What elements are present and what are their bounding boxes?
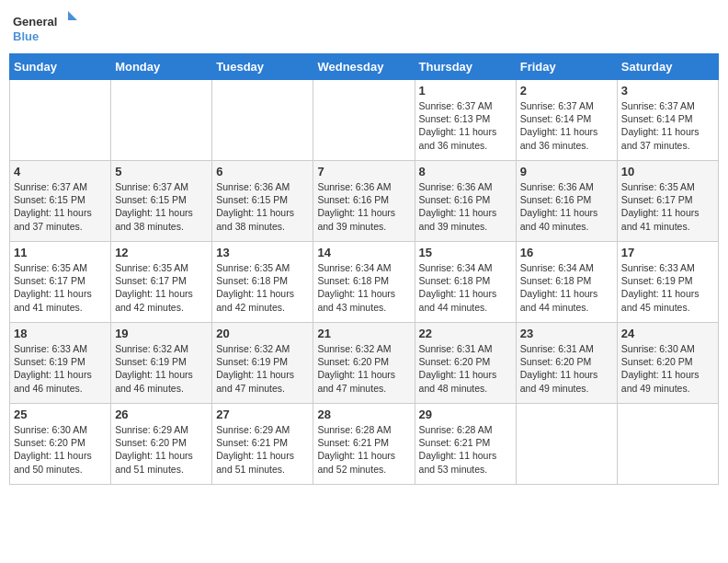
calendar-cell [516, 404, 617, 485]
day-number: 6 [216, 165, 309, 178]
day-number: 22 [419, 327, 512, 340]
day-info: Sunrise: 6:32 AM Sunset: 6:19 PM Dayligh… [216, 342, 309, 395]
day-info: Sunrise: 6:36 AM Sunset: 6:15 PM Dayligh… [216, 180, 309, 233]
calendar-cell [111, 80, 212, 161]
calendar-cell: 9Sunrise: 6:36 AM Sunset: 6:16 PM Daylig… [516, 161, 617, 242]
day-number: 18 [14, 327, 107, 340]
weekday-header-cell: Tuesday [212, 54, 313, 80]
calendar-cell: 18Sunrise: 6:33 AM Sunset: 6:19 PM Dayli… [10, 323, 111, 404]
day-number: 19 [115, 327, 208, 340]
logo-svg: General Blue [13, 9, 77, 46]
day-number: 8 [419, 165, 512, 178]
day-info: Sunrise: 6:30 AM Sunset: 6:20 PM Dayligh… [621, 342, 714, 395]
calendar-cell: 15Sunrise: 6:34 AM Sunset: 6:18 PM Dayli… [415, 242, 516, 323]
weekday-header-cell: Wednesday [313, 54, 415, 80]
weekday-header-cell: Sunday [10, 54, 111, 80]
calendar-cell: 19Sunrise: 6:32 AM Sunset: 6:19 PM Dayli… [111, 323, 212, 404]
calendar-week-row: 18Sunrise: 6:33 AM Sunset: 6:19 PM Dayli… [10, 323, 719, 404]
calendar-cell: 29Sunrise: 6:28 AM Sunset: 6:21 PM Dayli… [415, 404, 516, 485]
calendar-cell [10, 80, 111, 161]
weekday-header-row: SundayMondayTuesdayWednesdayThursdayFrid… [10, 54, 719, 80]
day-number: 26 [115, 408, 208, 421]
day-number: 2 [520, 84, 613, 98]
calendar-week-row: 25Sunrise: 6:30 AM Sunset: 6:20 PM Dayli… [10, 404, 719, 485]
day-info: Sunrise: 6:28 AM Sunset: 6:21 PM Dayligh… [317, 423, 410, 476]
calendar-cell: 2Sunrise: 6:37 AM Sunset: 6:14 PM Daylig… [516, 80, 617, 161]
calendar-cell: 27Sunrise: 6:29 AM Sunset: 6:21 PM Dayli… [212, 404, 313, 485]
day-number: 7 [317, 165, 410, 178]
day-info: Sunrise: 6:35 AM Sunset: 6:17 PM Dayligh… [14, 261, 107, 314]
day-number: 1 [419, 84, 512, 98]
day-info: Sunrise: 6:37 AM Sunset: 6:15 PM Dayligh… [14, 180, 107, 233]
day-number: 17 [621, 246, 714, 259]
day-info: Sunrise: 6:37 AM Sunset: 6:15 PM Dayligh… [115, 180, 208, 233]
calendar-week-row: 11Sunrise: 6:35 AM Sunset: 6:17 PM Dayli… [10, 242, 719, 323]
logo: General Blue [13, 9, 77, 46]
day-number: 11 [14, 246, 107, 259]
day-info: Sunrise: 6:28 AM Sunset: 6:21 PM Dayligh… [419, 423, 512, 476]
day-number: 16 [520, 246, 613, 259]
calendar-cell: 7Sunrise: 6:36 AM Sunset: 6:16 PM Daylig… [313, 161, 415, 242]
calendar-cell: 3Sunrise: 6:37 AM Sunset: 6:14 PM Daylig… [617, 80, 718, 161]
day-info: Sunrise: 6:35 AM Sunset: 6:18 PM Dayligh… [216, 261, 309, 314]
calendar-cell: 8Sunrise: 6:36 AM Sunset: 6:16 PM Daylig… [415, 161, 516, 242]
calendar-cell: 23Sunrise: 6:31 AM Sunset: 6:20 PM Dayli… [516, 323, 617, 404]
day-info: Sunrise: 6:34 AM Sunset: 6:18 PM Dayligh… [520, 261, 613, 314]
day-number: 15 [419, 246, 512, 259]
calendar-cell: 11Sunrise: 6:35 AM Sunset: 6:17 PM Dayli… [10, 242, 111, 323]
calendar-cell [617, 404, 718, 485]
day-number: 20 [216, 327, 309, 340]
day-info: Sunrise: 6:29 AM Sunset: 6:21 PM Dayligh… [216, 423, 309, 476]
day-number: 12 [115, 246, 208, 259]
calendar-week-row: 4Sunrise: 6:37 AM Sunset: 6:15 PM Daylig… [10, 161, 719, 242]
day-number: 21 [317, 327, 410, 340]
calendar-cell: 28Sunrise: 6:28 AM Sunset: 6:21 PM Dayli… [313, 404, 415, 485]
header: General Blue [9, 9, 719, 46]
calendar-cell: 5Sunrise: 6:37 AM Sunset: 6:15 PM Daylig… [111, 161, 212, 242]
day-info: Sunrise: 6:36 AM Sunset: 6:16 PM Dayligh… [520, 180, 613, 233]
calendar-cell [212, 80, 313, 161]
calendar-cell: 14Sunrise: 6:34 AM Sunset: 6:18 PM Dayli… [313, 242, 415, 323]
day-number: 27 [216, 408, 309, 421]
calendar-cell: 25Sunrise: 6:30 AM Sunset: 6:20 PM Dayli… [10, 404, 111, 485]
day-number: 28 [317, 408, 410, 421]
day-info: Sunrise: 6:35 AM Sunset: 6:17 PM Dayligh… [621, 180, 714, 233]
calendar-table: SundayMondayTuesdayWednesdayThursdayFrid… [9, 53, 719, 485]
weekday-header-cell: Friday [516, 54, 617, 80]
day-number: 25 [14, 408, 107, 421]
day-info: Sunrise: 6:35 AM Sunset: 6:17 PM Dayligh… [115, 261, 208, 314]
calendar-cell: 12Sunrise: 6:35 AM Sunset: 6:17 PM Dayli… [111, 242, 212, 323]
day-info: Sunrise: 6:33 AM Sunset: 6:19 PM Dayligh… [621, 261, 714, 314]
day-number: 13 [216, 246, 309, 259]
day-number: 3 [621, 84, 714, 98]
svg-marker-2 [68, 11, 77, 20]
calendar-week-row: 1Sunrise: 6:37 AM Sunset: 6:13 PM Daylig… [10, 80, 719, 161]
day-number: 29 [419, 408, 512, 421]
day-info: Sunrise: 6:36 AM Sunset: 6:16 PM Dayligh… [419, 180, 512, 233]
day-info: Sunrise: 6:37 AM Sunset: 6:14 PM Dayligh… [621, 99, 714, 152]
day-number: 14 [317, 246, 410, 259]
day-info: Sunrise: 6:34 AM Sunset: 6:18 PM Dayligh… [317, 261, 410, 314]
weekday-header-cell: Thursday [415, 54, 516, 80]
day-info: Sunrise: 6:31 AM Sunset: 6:20 PM Dayligh… [419, 342, 512, 395]
day-info: Sunrise: 6:30 AM Sunset: 6:20 PM Dayligh… [14, 423, 107, 476]
calendar-cell: 26Sunrise: 6:29 AM Sunset: 6:20 PM Dayli… [111, 404, 212, 485]
day-info: Sunrise: 6:33 AM Sunset: 6:19 PM Dayligh… [14, 342, 107, 395]
day-number: 9 [520, 165, 613, 178]
day-info: Sunrise: 6:37 AM Sunset: 6:13 PM Dayligh… [419, 99, 512, 152]
calendar-cell: 13Sunrise: 6:35 AM Sunset: 6:18 PM Dayli… [212, 242, 313, 323]
calendar-cell: 10Sunrise: 6:35 AM Sunset: 6:17 PM Dayli… [617, 161, 718, 242]
calendar-cell: 4Sunrise: 6:37 AM Sunset: 6:15 PM Daylig… [10, 161, 111, 242]
svg-text:Blue: Blue [13, 29, 39, 43]
calendar-cell: 16Sunrise: 6:34 AM Sunset: 6:18 PM Dayli… [516, 242, 617, 323]
calendar-cell: 22Sunrise: 6:31 AM Sunset: 6:20 PM Dayli… [415, 323, 516, 404]
day-number: 24 [621, 327, 714, 340]
day-number: 23 [520, 327, 613, 340]
calendar-cell: 24Sunrise: 6:30 AM Sunset: 6:20 PM Dayli… [617, 323, 718, 404]
day-info: Sunrise: 6:34 AM Sunset: 6:18 PM Dayligh… [419, 261, 512, 314]
day-info: Sunrise: 6:36 AM Sunset: 6:16 PM Dayligh… [317, 180, 410, 233]
day-info: Sunrise: 6:32 AM Sunset: 6:20 PM Dayligh… [317, 342, 410, 395]
day-info: Sunrise: 6:31 AM Sunset: 6:20 PM Dayligh… [520, 342, 613, 395]
calendar-cell: 6Sunrise: 6:36 AM Sunset: 6:15 PM Daylig… [212, 161, 313, 242]
calendar-cell: 17Sunrise: 6:33 AM Sunset: 6:19 PM Dayli… [617, 242, 718, 323]
